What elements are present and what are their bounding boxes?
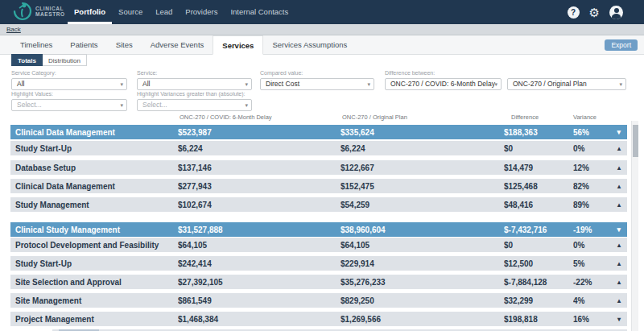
row-variance: -19% <box>573 225 601 234</box>
row-label: Site Management <box>10 296 178 305</box>
row-difference: $32,299 <box>504 296 573 305</box>
row-value-scenario-1: $242,414 <box>178 259 341 268</box>
table-row[interactable]: Study Start-Up$6,224$6,224$00%▴ <box>10 141 627 155</box>
row-variance: 56% <box>573 128 601 137</box>
table-row[interactable]: Site Management$861,549$829,250$32,2994%… <box>10 293 627 308</box>
row-value-scenario-1: $6,224 <box>178 144 341 153</box>
chevron-up-icon[interactable]: ▴ <box>601 260 627 267</box>
row-label: Clinical Study Management <box>10 225 178 234</box>
table-row[interactable]: Project Management$1,468,384$1,269,566$1… <box>10 312 627 326</box>
row-value-scenario-2: $6,224 <box>341 144 504 153</box>
chevron-up-icon[interactable]: ▴ <box>601 242 627 249</box>
table-row[interactable]: Clinical Study Management$31,527,888$38,… <box>10 222 627 237</box>
row-variance: 12% <box>573 163 601 172</box>
row-difference: $0 <box>504 241 573 250</box>
table-row[interactable]: Study Start-Up$242,414$229,914$12,5005%▴ <box>10 256 627 271</box>
row-variance: 89% <box>573 201 601 209</box>
row-variance: 16% <box>573 315 601 324</box>
chevron-up-icon[interactable]: ▴ <box>601 164 627 172</box>
row-difference: $-7,884,128 <box>504 278 573 287</box>
row-variance: 82% <box>573 182 601 191</box>
row-variance: -22% <box>573 278 601 287</box>
table-row[interactable]: Database Setup$137,146$122,667$14,47912%… <box>10 160 627 175</box>
row-value-scenario-2: $1,269,566 <box>341 315 504 324</box>
row-difference: $12,500 <box>504 259 573 268</box>
row-value-scenario-2: $54,259 <box>341 201 504 209</box>
row-value-scenario-2: $229,914 <box>341 259 504 268</box>
chevron-down-icon[interactable]: ▾ <box>601 316 627 323</box>
row-variance: 5% <box>573 259 601 268</box>
row-value-scenario-2: $335,624 <box>341 128 504 137</box>
row-variance: 0% <box>573 144 601 153</box>
chevron-up-icon[interactable]: ▴ <box>601 145 627 152</box>
row-value-scenario-1: $31,527,888 <box>178 225 341 234</box>
table-row[interactable]: Site Selection and Approval$27,392,105$3… <box>10 275 627 289</box>
table-row[interactable]: Clinical Data Management$523,987$335,624… <box>10 125 627 139</box>
row-value-scenario-1: $523,987 <box>178 128 341 137</box>
chevron-up-icon[interactable]: ▴ <box>601 201 627 209</box>
row-difference: $14,479 <box>504 163 573 172</box>
row-label: Project Management <box>10 315 178 324</box>
row-label: Study Start-Up <box>10 259 178 268</box>
chevron-up-icon[interactable]: ▴ <box>601 297 627 304</box>
table-row[interactable]: Clinical Data Management$277,943$152,475… <box>10 179 627 193</box>
row-difference: $0 <box>504 144 573 153</box>
row-value-scenario-2: $122,667 <box>341 163 504 172</box>
row-value-scenario-1: $102,674 <box>178 201 341 209</box>
row-label: Study Management <box>10 201 178 209</box>
row-label: Clinical Data Management <box>10 182 178 191</box>
row-difference: $188,363 <box>504 128 573 137</box>
row-value-scenario-1: $64,105 <box>178 241 341 250</box>
row-value-scenario-2: $35,276,233 <box>341 278 504 287</box>
row-difference: $125,468 <box>504 182 573 191</box>
vertical-scrollbar[interactable] <box>631 121 638 331</box>
row-value-scenario-2: $829,250 <box>341 296 504 305</box>
row-value-scenario-1: $137,146 <box>178 163 341 172</box>
row-difference: $48,416 <box>504 201 573 209</box>
chevron-down-icon[interactable]: ▾ <box>601 225 627 234</box>
row-label: Study Start-Up <box>10 144 178 153</box>
row-difference: $198,818 <box>504 315 573 324</box>
chevron-up-icon[interactable]: ▴ <box>601 279 627 286</box>
app-window: CLINICAL MAESTRO PortfolioSourceLeadProv… <box>0 0 644 331</box>
row-label: Protocol Development and Feasibility <box>10 241 178 250</box>
row-value-scenario-1: $861,549 <box>178 296 341 305</box>
table-row[interactable]: Study Management$102,674$54,259$48,41689… <box>10 197 627 212</box>
row-value-scenario-2: $64,105 <box>341 241 504 250</box>
chevron-down-icon[interactable]: ▾ <box>601 128 627 136</box>
row-label: Database Setup <box>10 163 178 172</box>
chevron-up-icon[interactable]: ▴ <box>601 183 627 190</box>
row-value-scenario-1: $27,392,105 <box>178 278 341 287</box>
vertical-scrollbar-thumb[interactable] <box>633 125 638 157</box>
row-difference: $-7,432,716 <box>504 225 573 234</box>
services-cost-table: Clinical Data Management$523,987$335,624… <box>10 0 627 331</box>
row-variance: 4% <box>573 296 601 305</box>
row-value-scenario-1: $277,943 <box>178 182 341 191</box>
row-label: Site Selection and Approval <box>10 278 178 287</box>
row-value-scenario-2: $152,475 <box>341 182 504 191</box>
row-value-scenario-1: $1,468,384 <box>178 315 341 324</box>
row-label: Clinical Data Management <box>10 128 178 137</box>
row-value-scenario-2: $38,960,604 <box>341 225 504 234</box>
row-variance: 0% <box>573 241 601 250</box>
table-row[interactable]: Protocol Development and Feasibility$64,… <box>10 238 627 252</box>
